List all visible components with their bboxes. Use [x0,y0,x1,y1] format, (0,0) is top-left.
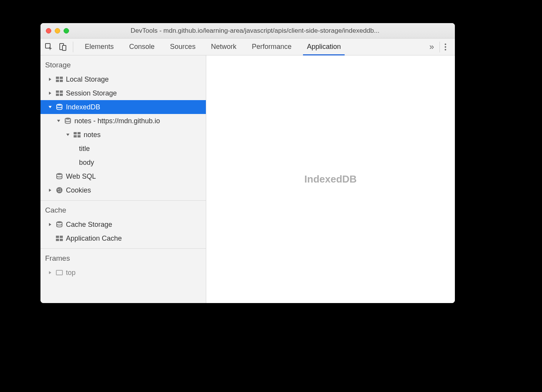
chevron-spacer [47,174,53,179]
sidebar-item-label: Cache Storage [66,221,112,229]
tab-label: Sources [170,43,195,51]
svg-rect-29 [56,239,59,241]
svg-rect-9 [60,80,63,82]
chevron-down-icon [65,132,71,137]
sidebar-item-indexeddb-database[interactable]: notes - https://mdn.github.io [40,114,206,128]
minimize-window-button[interactable] [55,28,60,34]
sidebar-item-label: IndexedDB [66,103,100,111]
overflow-glyph: » [429,42,434,52]
sidebar-item-label: Web SQL [66,173,96,181]
sidebar-item-label: notes - https://mdn.github.io [74,117,160,125]
chevron-right-icon [47,188,53,193]
svg-point-5 [445,49,446,50]
svg-rect-19 [77,135,81,137]
window-title: DevTools - mdn.github.io/learning-area/j… [76,27,434,35]
chevron-spacer [47,236,53,241]
svg-point-15 [65,118,71,120]
svg-point-4 [445,46,446,48]
main-panel: IndexedDB [206,55,455,303]
svg-point-25 [60,191,61,192]
svg-rect-16 [74,132,77,134]
sidebar-item-label: title [79,145,90,153]
sidebar-item-label: Cookies [66,186,91,194]
traffic-lights [46,28,69,34]
sidebar-item-index-title[interactable]: title [40,142,206,156]
devtools-menu-button[interactable] [439,42,451,52]
chevron-right-icon [47,222,53,227]
application-sidebar: Storage Local Storage Session Storage In… [40,55,206,303]
svg-rect-7 [60,77,63,79]
database-icon [64,117,72,125]
section-header-storage: Storage [40,55,206,72]
sidebar-item-label: notes [84,131,101,139]
svg-point-14 [57,104,62,106]
svg-rect-27 [56,236,59,238]
sidebar-item-indexeddb[interactable]: IndexedDB [40,100,206,114]
sidebar-item-label: body [79,159,94,167]
sidebar-item-object-store[interactable]: notes [40,128,206,142]
frame-icon [55,268,64,277]
svg-rect-10 [56,90,59,93]
devtools-tabbar: Elements Console Sources Network Perform… [40,39,455,55]
table-icon [55,89,64,97]
chevron-right-icon [47,270,53,275]
sidebar-item-session-storage[interactable]: Session Storage [40,86,206,100]
sidebar-item-label: Session Storage [66,89,117,97]
devtools-window: DevTools - mdn.github.io/learning-area/j… [40,23,455,303]
tab-application[interactable]: Application [299,39,348,55]
overflow-tabs-button[interactable]: » [424,42,439,52]
svg-rect-12 [56,94,59,96]
sidebar-item-cookies[interactable]: Cookies [40,183,206,197]
svg-point-3 [445,44,446,45]
inspect-element-icon[interactable] [44,42,54,52]
devtools-body: Storage Local Storage Session Storage In… [40,55,455,303]
database-icon [55,103,64,111]
svg-point-21 [56,187,62,193]
svg-rect-8 [56,80,59,82]
maximize-window-button[interactable] [64,28,69,34]
tab-sources[interactable]: Sources [162,39,203,55]
svg-rect-18 [74,135,77,137]
sidebar-item-web-sql[interactable]: Web SQL [40,169,206,183]
svg-rect-30 [60,239,63,241]
chevron-right-icon [47,77,53,82]
sidebar-item-cache-storage[interactable]: Cache Storage [40,218,206,231]
svg-rect-31 [56,270,62,275]
close-window-button[interactable] [46,28,51,34]
svg-rect-13 [60,94,63,96]
section-header-cache: Cache [40,201,206,218]
sidebar-item-label: top [66,269,76,277]
svg-point-20 [57,173,62,175]
svg-rect-11 [60,90,63,93]
sidebar-item-frame-top[interactable]: top [40,266,206,280]
sidebar-item-application-cache[interactable]: Application Cache [40,231,206,245]
tab-label: Elements [85,43,114,51]
database-icon [55,172,64,181]
svg-rect-28 [60,236,63,238]
svg-point-22 [58,189,59,190]
tab-label: Console [129,43,155,51]
tab-network[interactable]: Network [203,39,244,55]
section-header-frames: Frames [40,249,206,266]
tab-elements[interactable]: Elements [77,39,121,55]
svg-point-26 [57,221,62,223]
database-icon [55,220,64,229]
chevron-down-icon [56,118,61,124]
device-toolbar-icon[interactable] [58,42,67,52]
sidebar-item-label: Application Cache [66,235,122,243]
table-icon [55,75,64,84]
tab-label: Application [307,43,341,51]
svg-rect-6 [56,77,59,79]
svg-rect-2 [62,45,66,50]
chevron-down-icon [47,104,53,110]
chevron-right-icon [47,90,53,96]
titlebar: DevTools - mdn.github.io/learning-area/j… [40,23,455,39]
svg-rect-17 [77,132,81,134]
tab-label: Network [211,43,236,51]
table-icon [73,131,81,139]
tab-performance[interactable]: Performance [244,39,299,55]
sidebar-item-local-storage[interactable]: Local Storage [40,72,206,86]
sidebar-item-index-body[interactable]: body [40,156,206,169]
table-icon [55,234,64,243]
tab-console[interactable]: Console [121,39,162,55]
